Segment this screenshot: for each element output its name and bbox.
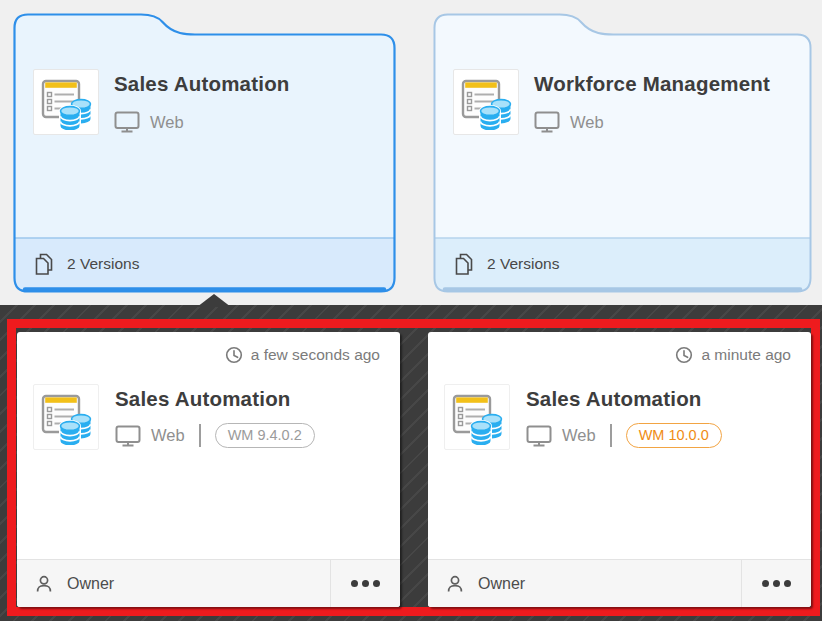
- platform-row: Web: [534, 111, 604, 133]
- version-card-1[interactable]: a few seconds ago Sales Automation Web W…: [17, 332, 400, 607]
- timestamp-label: a few seconds ago: [251, 346, 380, 364]
- app-icon: [33, 69, 99, 135]
- timestamp-label: a minute ago: [701, 346, 791, 364]
- owner-label: Owner: [67, 575, 114, 593]
- person-icon: [34, 574, 54, 594]
- clock-icon: [675, 346, 693, 364]
- platform-label: Web: [150, 113, 184, 132]
- monitor-icon: [114, 111, 140, 133]
- timestamp: a minute ago: [675, 346, 791, 364]
- version-card-footer: Owner: [428, 559, 811, 607]
- platform-label: Web: [570, 113, 604, 132]
- pages-icon: [34, 253, 54, 275]
- versions-count-label: 2 Versions: [487, 255, 559, 273]
- monitor-icon: [115, 425, 141, 447]
- versions-count-label: 2 Versions: [67, 255, 139, 273]
- app-manager-screen: Sales Automation Web 2 Versions Wo: [0, 0, 822, 621]
- person-icon: [445, 574, 465, 594]
- pages-icon: [454, 253, 474, 275]
- ellipsis-icon: [784, 580, 791, 587]
- version-card-footer: Owner: [17, 559, 400, 607]
- ellipsis-icon: [773, 580, 780, 587]
- folder-title: Sales Automation: [114, 72, 290, 96]
- version-meta-row: Web WM 10.0.0: [526, 423, 722, 448]
- folder-card-sales-automation[interactable]: Sales Automation Web 2 Versions: [13, 13, 396, 293]
- monitor-icon: [534, 111, 560, 133]
- ellipsis-icon: [373, 580, 380, 587]
- app-folders-section: Sales Automation Web 2 Versions Wo: [0, 0, 822, 305]
- version-badge: WM 10.0.0: [626, 423, 722, 448]
- owner-box: Owner: [428, 560, 741, 607]
- platform-label: Web: [562, 426, 596, 445]
- highlight-border-panel: a few seconds ago Sales Automation Web W…: [7, 319, 820, 616]
- version-card-2[interactable]: a minute ago Sales Automation Web WM 10.…: [428, 332, 811, 607]
- version-title: Sales Automation: [526, 387, 702, 411]
- platform-row: Web: [114, 111, 184, 133]
- monitor-icon: [526, 425, 552, 447]
- expansion-arrow-icon: [197, 294, 231, 307]
- app-icon: [33, 384, 99, 450]
- ellipsis-icon: [362, 580, 369, 587]
- folder-card-workforce-management[interactable]: Workforce Management Web 2 Versions: [433, 13, 812, 293]
- version-meta-row: Web WM 9.4.0.2: [115, 423, 315, 448]
- ellipsis-icon: [762, 580, 769, 587]
- folder-title: Workforce Management: [534, 72, 770, 96]
- app-icon: [444, 384, 510, 450]
- version-title: Sales Automation: [115, 387, 291, 411]
- version-badge: WM 9.4.0.2: [215, 423, 315, 448]
- clock-icon: [225, 346, 243, 364]
- timestamp: a few seconds ago: [225, 346, 380, 364]
- folder-versions-footer: 2 Versions: [433, 238, 812, 290]
- more-options-button[interactable]: [741, 560, 811, 607]
- more-options-button[interactable]: [330, 560, 400, 607]
- owner-box: Owner: [17, 560, 330, 607]
- app-icon: [453, 69, 519, 135]
- folder-versions-footer: 2 Versions: [13, 238, 396, 290]
- platform-label: Web: [151, 426, 185, 445]
- ellipsis-icon: [351, 580, 358, 587]
- owner-label: Owner: [478, 575, 525, 593]
- meta-separator: [199, 424, 201, 447]
- meta-separator: [610, 424, 612, 447]
